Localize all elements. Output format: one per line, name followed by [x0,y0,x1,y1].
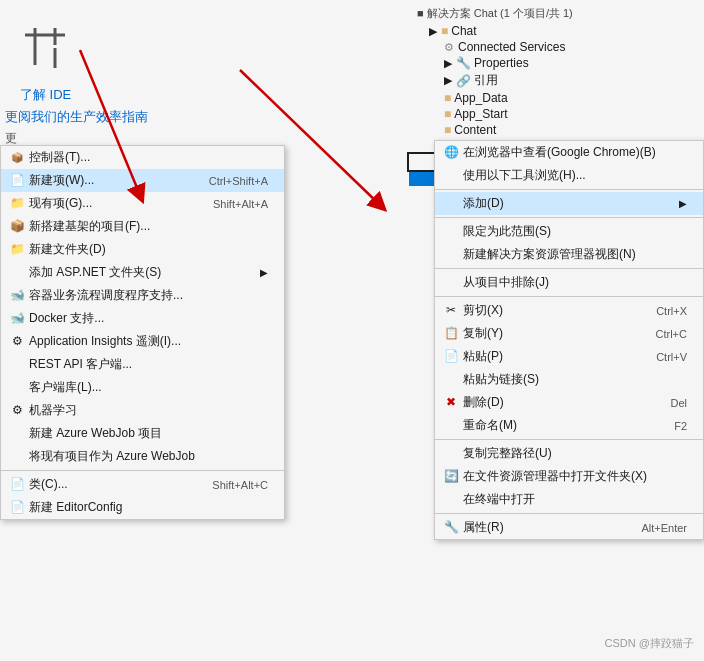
cut-icon: ✂ [443,303,459,317]
context-menu-right: 🌐在浏览器中查看(Google Chrome)(B) 使用以下工具浏览(H)..… [434,140,704,540]
ctx-properties[interactable]: 🔧属性(R) Alt+Enter [435,516,703,539]
paste-icon: 📄 [443,349,459,363]
docker-icon: 🐋 [9,311,25,325]
ctx-new-view[interactable]: 新建解决方案资源管理器视图(N) [435,243,703,266]
ctx-rest-api[interactable]: REST API 客户端... [1,353,284,376]
tree-item-references[interactable]: ▶ 🔗 引用 [409,71,704,90]
ctx-add[interactable]: 添加(D) ▶ [435,192,703,215]
new-folder-icon: 📁 [9,242,25,256]
separator-4 [435,296,703,297]
copy-icon: 📋 [443,326,459,340]
tree-item-content[interactable]: ■ Content [409,122,704,138]
delete-icon: ✖ [443,395,459,409]
chat-icon: ▶ [429,25,437,38]
app-data-icon: ■ [444,91,451,105]
ctx-copy-path[interactable]: 复制完整路径(U) [435,442,703,465]
watermark: CSDN @摔跤猫子 [605,636,694,651]
container-icon: 🐋 [9,288,25,302]
insights-icon: ⚙ [9,334,25,348]
tree-item-properties[interactable]: ▶ 🔧 Properties [409,55,704,71]
ctx-paste[interactable]: 📄粘贴(P) Ctrl+V [435,345,703,368]
ctx-existing-webjob[interactable]: 将现有项目作为 Azure WebJob [1,445,284,468]
separator-1 [435,189,703,190]
existing-item-icon: 📁 [9,196,25,210]
ctx-aspnet-folder[interactable]: 添加 ASP.NET 文件夹(S) ▶ [1,261,284,284]
tree-item-app-data[interactable]: ■ App_Data [409,90,704,106]
ctx-open-terminal[interactable]: 在终端中打开 [435,488,703,511]
ctx-app-insights[interactable]: ⚙Application Insights 遥测(I)... [1,330,284,353]
ctx-scaffold[interactable]: 📦新搭建基架的项目(F)... [1,215,284,238]
aspnet-submenu-arrow: ▶ [260,267,268,278]
properties-icon: 🔧 [443,520,459,534]
content-icon: ■ [444,123,451,137]
ctx-ml[interactable]: ⚙机器学习 [1,399,284,422]
references-arrow: ▶ [444,74,452,87]
ctx-new-folder[interactable]: 📁新建文件夹(D) [1,238,284,261]
ctx-new-item[interactable]: 📄新建项(W)... Ctrl+Shift+A [1,169,284,192]
ctx-rename[interactable]: 重命名(M) F2 [435,414,703,437]
add-submenu-arrow: ▶ [679,198,687,209]
properties-icon: 🔧 [456,56,471,70]
ctx-cut[interactable]: ✂剪切(X) Ctrl+X [435,299,703,322]
separator-5 [435,439,703,440]
chat-folder-icon: ■ [441,24,448,38]
ctx-class[interactable]: 📄类(C)... Shift+Alt+C [1,473,284,496]
class-icon: 📄 [9,477,25,491]
ctx-existing-item[interactable]: 📁现有项(G)... Shift+Alt+A [1,192,284,215]
ctx-new-webjob[interactable]: 新建 Azure WebJob 项目 [1,422,284,445]
new-item-icon: 📄 [9,173,25,187]
ctx-paste-link[interactable]: 粘贴为链接(S) [435,368,703,391]
ide-icon-area: 了解 IDE [20,20,71,104]
left-separator [1,470,284,471]
scaffold-icon: 📦 [9,219,25,233]
productivity-link[interactable]: 更阅我们的生产效率指南 [5,108,148,126]
app-start-icon: ■ [444,107,451,121]
ctx-client-lib[interactable]: 客户端库(L)... [1,376,284,399]
ctx-editorconfig[interactable]: 📄新建 EditorConfig [1,496,284,519]
tree-item-chat[interactable]: ▶ ■ Chat [409,23,704,39]
ctx-controller[interactable]: 📦控制器(T)... [1,146,284,169]
ctx-open-explorer[interactable]: 🔄在文件资源管理器中打开文件夹(X) [435,465,703,488]
tree-item-app-start[interactable]: ■ App_Start [409,106,704,122]
learn-ide-link[interactable]: 了解 IDE [20,86,71,104]
ctx-container-orchestration[interactable]: 🐋容器业务流程调度程序支持... [1,284,284,307]
ctx-copy[interactable]: 📋复制(Y) Ctrl+C [435,322,703,345]
separator-6 [435,513,703,514]
ctx-docker[interactable]: 🐋Docker 支持... [1,307,284,330]
controller-icon: 📦 [9,152,25,163]
explorer-icon: 🔄 [443,469,459,483]
references-icon: 🔗 [456,74,471,88]
properties-arrow: ▶ [444,57,452,70]
ctx-delete[interactable]: ✖删除(D) Del [435,391,703,414]
tree-title: ■ 解决方案 Chat (1 个项目/共 1) [409,4,704,23]
context-menu-left: 📦控制器(T)... 📄新建项(W)... Ctrl+Shift+A 📁现有项(… [0,145,285,520]
ctx-view-browser[interactable]: 🌐在浏览器中查看(Google Chrome)(B) [435,141,703,164]
tree-item-connected-services[interactable]: ⚙ Connected Services [409,39,704,55]
ctx-exclude[interactable]: 从项目中排除(J) [435,271,703,294]
ctx-browse-with[interactable]: 使用以下工具浏览(H)... [435,164,703,187]
editorconfig-icon: 📄 [9,500,25,514]
ctx-scope[interactable]: 限定为此范围(S) [435,220,703,243]
ide-icon [20,20,71,81]
connected-services-icon: ⚙ [444,41,454,54]
separator-2 [435,217,703,218]
ml-icon: ⚙ [9,403,25,417]
separator-3 [435,268,703,269]
browser-icon: 🌐 [443,145,459,159]
